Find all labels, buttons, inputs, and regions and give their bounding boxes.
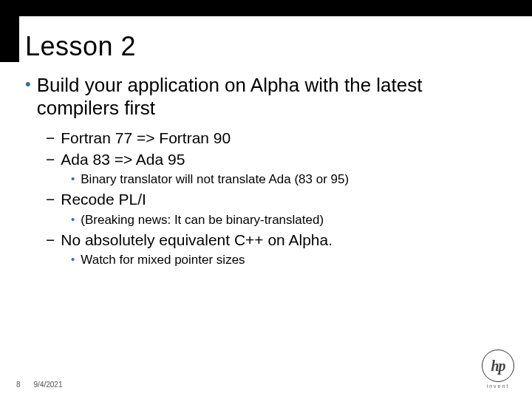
hp-logo: hp invent	[482, 349, 514, 389]
hp-logo-sub: invent	[487, 383, 510, 389]
footer-date: 9/4/2021	[34, 381, 63, 389]
left-stripe	[0, 16, 19, 62]
page-number: 8	[16, 381, 21, 389]
dot-icon: •	[71, 170, 75, 189]
sub-bullet: − No absolutely equivalent C++ on Alpha.	[46, 230, 502, 250]
dash-icon: −	[46, 230, 55, 250]
sub-bullet-text: Recode PL/I	[61, 189, 146, 210]
sub-bullet-text: Ada 83 => Ada 95	[61, 149, 185, 170]
note-bullet: • Binary translator will not translate A…	[71, 170, 502, 189]
slide: Lesson 2 • Build your application on Alp…	[0, 0, 532, 399]
dash-icon: −	[46, 128, 55, 149]
bullet-main-text: Build your application on Alpha with the…	[37, 74, 502, 119]
bullet-icon: •	[25, 74, 31, 95]
footer: 8 9/4/2021	[16, 381, 63, 389]
bullet-main: • Build your application on Alpha with t…	[25, 74, 502, 119]
sub-bullet: − Fortran 77 => Fortran 90	[46, 128, 502, 149]
note-text: Watch for mixed pointer sizes	[81, 250, 245, 270]
slide-content: • Build your application on Alpha with t…	[25, 74, 502, 270]
dash-icon: −	[46, 149, 55, 170]
sub-bullet: − Recode PL/I	[46, 189, 502, 210]
note-bullet: • (Breaking news: It can be binary-trans…	[71, 211, 502, 230]
dot-icon: •	[71, 211, 75, 230]
sub-bullet-text: No absolutely equivalent C++ on Alpha.	[61, 230, 332, 250]
note-bullet: • Watch for mixed pointer sizes	[71, 250, 502, 270]
dot-icon: •	[71, 250, 75, 270]
note-text: Binary translator will not translate Ada…	[81, 170, 349, 189]
sub-bullet: − Ada 83 => Ada 95	[46, 149, 502, 170]
dash-icon: −	[46, 189, 55, 210]
sub-bullet-text: Fortran 77 => Fortran 90	[61, 128, 231, 149]
top-stripe	[0, 0, 532, 16]
note-text: (Breaking news: It can be binary-transla…	[81, 211, 324, 230]
slide-title: Lesson 2	[25, 31, 136, 62]
hp-logo-icon: hp	[482, 349, 514, 382]
